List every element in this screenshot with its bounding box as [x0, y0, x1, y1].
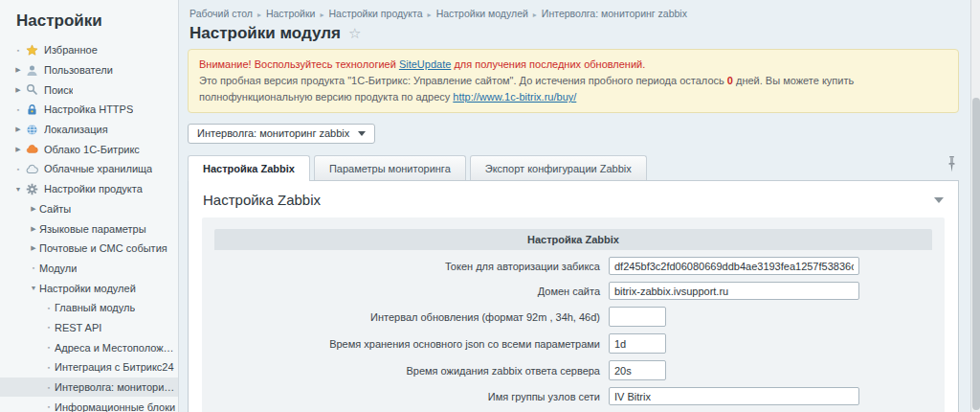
- chevron-collapsed-icon[interactable]: ▶: [12, 66, 24, 74]
- bullet-icon: ▪: [43, 384, 55, 391]
- field-label: Интервал обновления (формат 92m , 34h, 4…: [214, 311, 609, 323]
- form-row: Имя группы узлов сети: [214, 387, 932, 405]
- sidebar-item-label: Настройки продукта: [44, 183, 143, 195]
- sidebar-item-label: Поиск: [44, 84, 73, 96]
- module-select[interactable]: Интерволга: мониторинг zabbix: [188, 124, 375, 144]
- breadcrumb-link[interactable]: Рабочий стол: [189, 8, 253, 19]
- sidebar-item[interactable]: ▪Главный модуль: [0, 298, 178, 318]
- form-row: Токен для авторизации забикса: [214, 257, 932, 275]
- field-input[interactable]: [609, 307, 666, 327]
- sidebar-item-label: Интеграция с Битрикс24: [55, 361, 174, 373]
- field-input[interactable]: [609, 257, 859, 275]
- chevron-expanded-icon[interactable]: ▼: [28, 285, 39, 291]
- field-input[interactable]: [609, 360, 666, 380]
- sidebar-item[interactable]: ▼Настройки продукта: [0, 179, 178, 199]
- sidebar-item[interactable]: ▶Пользователи: [0, 60, 178, 80]
- sidebar-menu: ▪Избранное▶Пользователи▶Поиск▪Настройка …: [0, 40, 178, 412]
- search-icon: [26, 83, 39, 96]
- sidebar-item-label: REST API: [55, 322, 101, 333]
- sidebar-item[interactable]: ▪Облачные хранилища: [0, 159, 178, 179]
- pin-icon-top[interactable]: [947, 156, 959, 180]
- sidebar-item[interactable]: ▶Облако 1С-Битрикс: [0, 139, 178, 159]
- form-group-header[interactable]: Настройка Zabbix: [214, 229, 932, 250]
- page-title: Настройки модуля: [189, 24, 341, 43]
- chevron-collapsed-icon[interactable]: ▶: [28, 244, 39, 252]
- chevron-collapsed-icon[interactable]: ▶: [28, 205, 39, 213]
- breadcrumb-separator-icon: ▸: [533, 11, 537, 19]
- sidebar-item[interactable]: ▶Языковые параметры: [0, 218, 178, 239]
- field-input[interactable]: [609, 282, 859, 300]
- notice-warning-line: Внимание! Воспользуйтесь технологией Sit…: [199, 57, 947, 73]
- field-label: Домен сайта: [214, 286, 609, 297]
- globe-icon: [26, 124, 39, 136]
- field-label: Время ожидания zabbix ответа сервера: [214, 365, 609, 377]
- sidebar-item-label: Адреса и Местоположения: [55, 342, 178, 354]
- collapse-icon[interactable]: [934, 197, 944, 203]
- buy-link[interactable]: http://www.1c-bitrix.ru/buy/: [453, 91, 576, 103]
- form-fields: Токен для авторизации забиксаДомен сайта…: [214, 257, 932, 412]
- admin-page: Настройки ▪Избранное▶Пользователи▶Поиск▪…: [0, 0, 980, 412]
- main-area: Рабочий стол▸Настройки▸Настройки продукт…: [180, 0, 970, 412]
- bullet-icon: ▪: [12, 47, 24, 54]
- breadcrumb-link[interactable]: Настройки: [266, 8, 316, 19]
- tab[interactable]: Экспорт конфигурации Zabbix: [470, 155, 647, 180]
- breadcrumb-link[interactable]: Интерволга: мониторинг zabbix: [542, 8, 687, 19]
- sidebar-item-label: Языковые параметры: [39, 223, 146, 235]
- form-row: Время ожидания zabbix ответа сервера: [214, 360, 932, 380]
- bullet-icon: ▪: [28, 264, 39, 271]
- sidebar-item-label: Облако 1С-Битрикс: [44, 144, 140, 155]
- sidebar-item[interactable]: ▪Информационные блоки: [0, 397, 178, 412]
- tab[interactable]: Настройка Zabbix: [188, 155, 310, 181]
- sidebar-item[interactable]: ▼Настройки модулей: [0, 278, 178, 298]
- sidebar-item[interactable]: ▶Почтовые и СМС события: [0, 239, 178, 259]
- sidebar-item[interactable]: ▪Настройка HTTPS: [0, 100, 178, 120]
- chevron-down-icon: [358, 131, 366, 136]
- settings-panel: Настройка Zabbix Настройка Zabbix Токен …: [188, 180, 959, 412]
- sidebar-item[interactable]: ▶Поиск: [0, 80, 178, 100]
- sidebar-item-label: Облачные хранилища: [44, 163, 152, 174]
- breadcrumb-separator-icon: ▸: [428, 11, 432, 19]
- form-row: Домен сайта: [214, 282, 932, 300]
- chevron-collapsed-icon[interactable]: ▶: [12, 146, 24, 153]
- sidebar-item[interactable]: ▪Модули: [0, 259, 178, 279]
- sidebar-item-label: Настройки модулей: [39, 283, 136, 294]
- field-input[interactable]: [609, 387, 859, 405]
- breadcrumb-link[interactable]: Настройки модулей: [436, 8, 528, 19]
- sidebar-item[interactable]: ▪Интерволга: мониторинг zabbix: [0, 378, 178, 398]
- field-label: Токен для авторизации забикса: [214, 261, 609, 272]
- sidebar-item[interactable]: ▶Сайты: [0, 199, 178, 219]
- panel-header: Настройка Zabbix: [189, 181, 958, 217]
- sidebar-item-label: Сайты: [39, 203, 71, 215]
- bullet-icon: ▪: [43, 344, 55, 351]
- favorite-star-icon[interactable]: ☆: [348, 25, 361, 42]
- cloud-storage-icon: [26, 163, 39, 175]
- sidebar-item[interactable]: ▪REST API: [0, 318, 178, 338]
- scrollbar-thumb[interactable]: [972, 98, 980, 410]
- notice-trial-line: Это пробная версия продукта "1С-Битрикс:…: [199, 73, 947, 105]
- sidebar-item-label: Локализация: [44, 124, 108, 135]
- user-icon: [26, 64, 39, 77]
- sidebar-title: Настройки: [0, 0, 178, 40]
- sidebar-item[interactable]: ▶Локализация: [0, 120, 178, 140]
- chevron-collapsed-icon[interactable]: ▶: [12, 86, 24, 94]
- chevron-collapsed-icon[interactable]: ▶: [28, 225, 39, 233]
- bullet-icon: ▪: [43, 324, 55, 331]
- siteupdate-link[interactable]: SiteUpdate: [399, 58, 451, 70]
- pushpin-icon: [947, 156, 956, 172]
- field-label: Имя группы узлов сети: [214, 391, 609, 402]
- bullet-icon: ▪: [12, 106, 24, 113]
- breadcrumb-link[interactable]: Настройки продукта: [328, 8, 422, 19]
- chevron-collapsed-icon[interactable]: ▶: [12, 126, 24, 133]
- chevron-expanded-icon[interactable]: ▼: [12, 186, 24, 193]
- sidebar-item[interactable]: ▪Интеграция с Битрикс24: [0, 357, 178, 378]
- tabs: Настройка ZabbixПараметры мониторингаЭкс…: [188, 155, 651, 180]
- breadcrumb-separator-icon: ▸: [320, 11, 323, 19]
- field-input[interactable]: [609, 333, 666, 354]
- bullet-icon: ▪: [43, 364, 55, 371]
- tab[interactable]: Параметры мониторинга: [314, 155, 466, 180]
- bullet-icon: ▪: [12, 166, 24, 172]
- form-row: Время хранения основного json со всеми п…: [214, 333, 932, 354]
- sidebar-item[interactable]: ▪Избранное: [0, 40, 178, 60]
- sidebar-item[interactable]: ▪Адреса и Местоположения: [0, 337, 178, 357]
- trial-days-left: 0: [727, 75, 733, 86]
